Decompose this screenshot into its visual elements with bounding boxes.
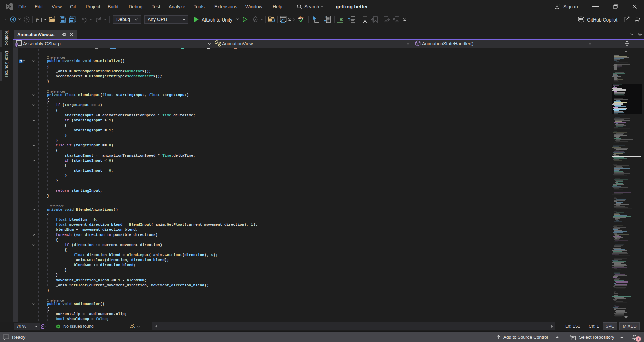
svg-text:abc: abc bbox=[298, 16, 303, 19]
